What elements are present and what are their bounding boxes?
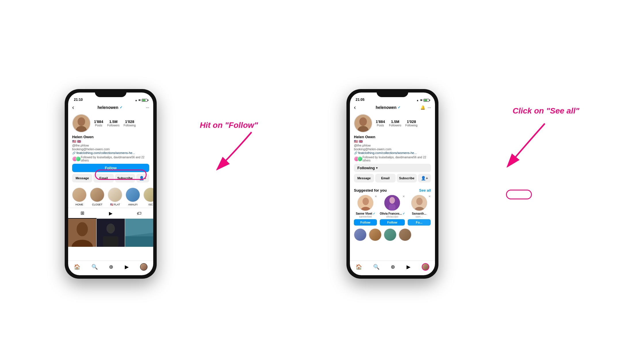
suggested-users-2: ✕ Sanne Vloet ✓ sannevloet [354,195,431,226]
mutual-text-1: Followed by louisebalips, davidmamane56 … [81,156,149,162]
bottom-nav-1: 🏠 🔍 ⊕ ▶ [68,261,153,275]
svg-point-14 [359,117,367,126]
back-button-1[interactable]: ‹ [72,104,74,111]
notch-2 [377,89,408,97]
suggested-title-2: Suggested for you [354,188,387,192]
stat-following-2: 1'028 Following [405,120,417,127]
mutual-friends-2: Followed by louisebalips, davidmamane56 … [354,156,431,162]
tab-grid-1[interactable]: ⊞ [68,208,97,219]
bottom-search-1[interactable]: 🔍 [91,263,98,271]
su-avatar-olivia [384,195,400,211]
highlight-isc-1[interactable]: ISC [143,188,153,206]
more-button-1[interactable]: ··· [146,105,149,110]
link-icon-2: 🔗 [354,151,357,155]
email-button-1[interactable]: Email [93,174,114,182]
profile-top-1: 1'884 Posts 1.5M Followers 1'028 Followi… [72,114,149,132]
su-name-samantha: Samanth... [412,212,426,215]
profile-dot-2 [422,263,429,271]
close-sanne[interactable]: ✕ [375,195,377,198]
battery-fill-2 [424,99,427,101]
phone-1: 21:10 ▲ ≋ ‹ helenowen ✓ ··· [65,89,157,279]
back-button-2[interactable]: ‹ [354,104,356,111]
bottom-nav-2: 🏠 🔍 ⊕ ▶ [350,261,435,275]
bottom-plus-2[interactable]: ⊕ [391,263,395,271]
stats-row-1: 1'884 Posts 1.5M Followers 1'028 Followi… [94,120,149,127]
follow-sanne-btn[interactable]: Follow [354,219,377,226]
highlight-label-isc: ISC [148,203,153,206]
battery-fill-1 [142,99,145,101]
svg-point-7 [106,224,115,233]
highlight-amalfi-1[interactable]: AMALFI [126,188,140,206]
follow-samantha-btn[interactable]: Fo... [408,219,431,226]
annotation-arrow-2 [499,121,556,172]
posts-num-2: 1'884 [376,120,385,124]
message-button-1[interactable]: Message [72,174,92,182]
phone-1-screen: 21:10 ▲ ≋ ‹ helenowen ✓ ··· [68,93,153,275]
message-button-2[interactable]: Message [354,174,374,182]
more-button-2[interactable]: ··· [428,105,431,110]
more-su-3 [384,228,396,241]
mutual-friends-1: Followed by louisebalips, davidmamane56 … [72,156,149,162]
follow-button-1[interactable]: Follow [72,164,149,172]
grid-cell-3 [125,219,153,247]
bottom-profile-1[interactable] [140,263,147,271]
battery-2 [423,99,429,102]
bottom-home-2[interactable]: 🏠 [356,263,362,271]
signal-icon-1: ▲ [135,99,137,102]
email-button-2[interactable]: Email [375,174,395,182]
avatar-img-2 [354,115,372,132]
stat-posts-2: 1'884 Posts [376,120,385,127]
follow-olivia-btn[interactable]: Follow [380,219,405,226]
highlight-closet-1[interactable]: CLOSET [90,188,104,206]
annotation-text-2: Click on "See all" [513,106,579,115]
bottom-plus-1[interactable]: ⊕ [109,263,113,271]
stat-followers-1: 1.5M Followers [107,120,120,127]
profile-link-1[interactable]: 🔗 featclothing.com/collections/womens-he… [72,151,149,155]
posts-label-2: Posts [377,124,384,127]
see-all-button-2[interactable]: See all [419,188,431,192]
tab-tagged-1[interactable]: 🏷 [125,208,153,219]
followers-num-1: 1.5M [109,120,118,124]
subscribe-button-1[interactable]: Subscribe [115,174,135,182]
nav-username-1: helenowen ✓ [97,105,122,110]
annotation-click-see-all: Click on "See all" [513,106,579,115]
subscribe-button-2[interactable]: Subscribe [397,174,417,182]
close-samantha[interactable]: ✕ [428,195,431,198]
bottom-profile-2[interactable] [422,263,429,271]
bottom-home-1[interactable]: 🏠 [74,263,80,271]
add-person-button-2[interactable]: 👤+ [418,174,431,182]
verified-badge-2: ✓ [398,105,400,109]
close-olivia[interactable]: ✕ [402,195,405,198]
profile-section-2: 1'884 Posts 1.5M Followers 1'028 Followi… [350,112,435,186]
bottom-reels-1[interactable]: ▶ [125,263,129,271]
add-person-button-1[interactable]: 👤+ [136,174,149,182]
highlights-1: HOME CLOSET 🇺🇸 FLAT AMALFI ISC [68,186,153,208]
profile-flags-2: 🇺🇸 🇬🇧 [354,140,431,143]
photo-grid-1 [68,219,153,261]
highlight-home-1[interactable]: HOME [72,188,87,206]
svg-point-23 [416,198,423,205]
following-num-1: 1'028 [125,120,134,124]
main-scene: 21:10 ▲ ≋ ‹ helenowen ✓ ··· [0,0,644,362]
action-row-2: Message Email Subscribe 👤+ [354,174,431,182]
suggested-user-sanne: ✕ Sanne Vloet ✓ sannevloet [354,195,377,226]
highlight-circle-home [72,188,87,202]
bottom-reels-2[interactable]: ▶ [407,263,411,271]
tab-video-1[interactable]: ▶ [97,208,125,219]
following-button-2[interactable]: Following ▾ [354,164,431,172]
action-row-1: Message Email Subscribe 👤+ [72,174,149,182]
bottom-search-2[interactable]: 🔍 [373,263,379,271]
bell-icon-2[interactable]: 🔔 [420,105,425,110]
suggested-user-olivia: ✕ Olivia Frances... [380,195,405,226]
time-1: 21:10 [74,98,83,102]
highlight-flat-1[interactable]: 🇺🇸 FLAT [108,188,122,206]
link-icon-1: 🔗 [72,151,76,155]
more-su-1 [354,228,367,241]
suggested-user-samantha: ✕ Samanth... sam... Fo... [408,195,431,226]
phone-2-screen: 21:05 ▲ ≋ ‹ helenowen ✓ 🔔 ··· [350,93,435,275]
profile-link-2[interactable]: 🔗 featclothing.com/collections/womens-he… [354,151,431,155]
highlight-label-closet: CLOSET [92,203,102,206]
notch-1 [95,89,126,97]
mutual-avatars-1 [72,156,79,161]
profile-handle-1: @the.phlow [72,144,149,147]
